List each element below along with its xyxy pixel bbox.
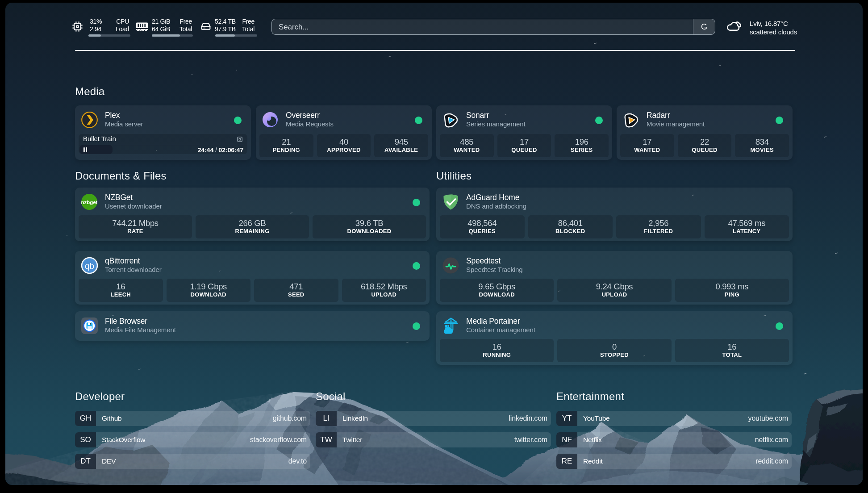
- svg-text:nzbget: nzbget: [81, 200, 97, 205]
- svg-text:qb: qb: [85, 261, 94, 271]
